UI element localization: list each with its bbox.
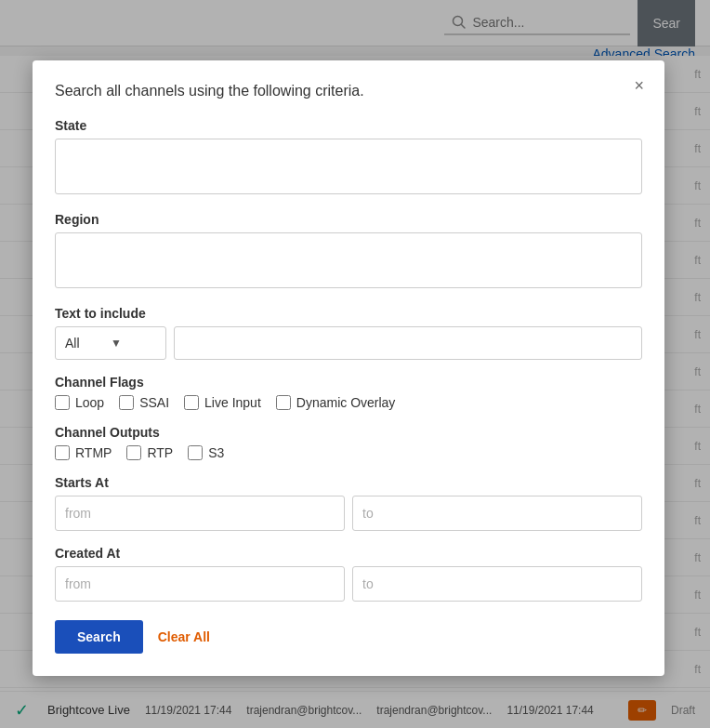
loop-checkbox[interactable] (55, 395, 70, 410)
flag-dynamic-overlay[interactable]: Dynamic Overlay (276, 395, 396, 410)
channel-outputs-group: Channel Outputs RTMP RTP S3 (55, 425, 642, 460)
rtmp-label: RTMP (75, 445, 112, 460)
region-group: Region (55, 212, 642, 291)
created-at-to-input[interactable] (352, 566, 642, 602)
dynamic-overlay-label: Dynamic Overlay (296, 395, 396, 410)
text-include-label: Text to include (55, 306, 642, 321)
rtp-checkbox[interactable] (126, 445, 141, 460)
modal-title: Search all channels using the following … (55, 83, 642, 99)
text-include-group: Text to include All ▼ (55, 306, 642, 360)
channel-outputs-label: Channel Outputs (55, 425, 642, 440)
loop-label: Loop (75, 395, 104, 410)
ssai-label: SSAI (139, 395, 169, 410)
s3-checkbox[interactable] (188, 445, 203, 460)
output-rtmp[interactable]: RTMP (55, 445, 112, 460)
starts-at-label: Starts At (55, 475, 642, 490)
modal-overlay: Search all channels using the following … (0, 0, 710, 728)
starts-at-group: Starts At (55, 475, 642, 531)
channel-flags-label: Channel Flags (55, 375, 642, 390)
rtp-label: RTP (147, 445, 173, 460)
created-at-from-input[interactable] (55, 566, 345, 602)
state-group: State (55, 118, 642, 197)
starts-at-row (55, 496, 642, 531)
chevron-down-icon: ▼ (111, 337, 156, 350)
created-at-group: Created At (55, 546, 642, 602)
text-include-row: All ▼ (55, 326, 642, 360)
starts-at-from-input[interactable] (55, 496, 345, 531)
flag-live-input[interactable]: Live Input (184, 395, 261, 410)
state-input[interactable] (55, 139, 642, 194)
advanced-search-modal: Search all channels using the following … (33, 60, 664, 676)
dynamic-overlay-checkbox[interactable] (276, 395, 291, 410)
state-label: State (55, 118, 642, 133)
modal-close-button[interactable]: × (628, 75, 650, 96)
created-at-label: Created At (55, 546, 642, 561)
starts-at-to-input[interactable] (352, 496, 642, 531)
region-input[interactable] (55, 232, 642, 288)
modal-button-row: Search Clear All (55, 620, 642, 654)
ssai-checkbox[interactable] (119, 395, 134, 410)
live-input-label: Live Input (204, 395, 261, 410)
region-label: Region (55, 212, 642, 227)
flag-loop[interactable]: Loop (55, 395, 104, 410)
flag-ssai[interactable]: SSAI (119, 395, 169, 410)
channel-flags-group: Channel Flags Loop SSAI Live Input Dynam… (55, 375, 642, 410)
created-at-row (55, 566, 642, 602)
output-s3[interactable]: S3 (188, 445, 224, 460)
search-button[interactable]: Search (55, 620, 143, 654)
live-input-checkbox[interactable] (184, 395, 199, 410)
s3-label: S3 (208, 445, 224, 460)
dropdown-value: All (65, 336, 111, 351)
rtmp-checkbox[interactable] (55, 445, 70, 460)
text-include-dropdown[interactable]: All ▼ (55, 326, 166, 360)
text-include-input[interactable] (174, 326, 642, 360)
flags-checkbox-group: Loop SSAI Live Input Dynamic Overlay (55, 395, 642, 410)
output-rtp[interactable]: RTP (126, 445, 173, 460)
clear-all-button[interactable]: Clear All (158, 629, 210, 644)
outputs-checkbox-group: RTMP RTP S3 (55, 445, 642, 460)
